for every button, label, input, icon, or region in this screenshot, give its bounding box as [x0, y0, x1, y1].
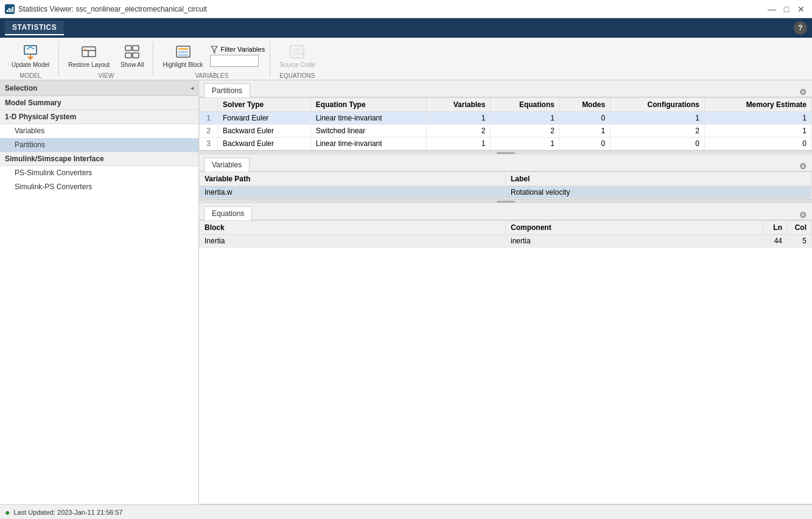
col-ln: Ln: [763, 221, 788, 235]
toolbar-equations-group: Source Code EQUATIONS: [270, 38, 324, 80]
update-model-icon: [22, 43, 39, 60]
sidebar-item-simulink-simscape[interactable]: Simulink/Simscape Interface: [0, 152, 198, 166]
memory-estimate: 1: [704, 112, 811, 125]
equations-header-row: Block Component Ln Col: [200, 221, 812, 235]
status-text: Last Updated: 2023-Jan-11 21:56:57: [13, 509, 122, 516]
variable-path: Inertia.w: [200, 186, 506, 199]
source-code-label: Source Code: [279, 61, 315, 68]
sidebar-item-partitions[interactable]: Partitions: [0, 138, 198, 152]
configurations-count: 0: [611, 138, 705, 150]
table-row[interactable]: 1 Forward Euler Linear time-invariant 1 …: [200, 112, 812, 125]
source-code-icon: [289, 43, 306, 60]
filter-variables-group: Filter Variables: [210, 45, 265, 67]
variables-table-wrapper[interactable]: Variable Path Label Inertia.w Rotational…: [199, 172, 812, 199]
status-bar: ● Last Updated: 2023-Jan-11 21:56:57: [0, 504, 812, 519]
toolbar-model-label: MODEL: [19, 71, 41, 79]
component-name: inertia: [506, 235, 763, 248]
toolbar-equations-items: Source Code: [275, 40, 319, 71]
sidebar-item-ps-simulink[interactable]: PS-Simulink Converters: [0, 166, 198, 180]
help-button[interactable]: ?: [794, 21, 807, 35]
tab-statistics[interactable]: STATISTICS: [5, 21, 64, 35]
sidebar-header: Selection ◂: [0, 80, 198, 96]
sidebar-collapse-button[interactable]: ◂: [191, 85, 194, 91]
sidebar-item-variables[interactable]: Variables: [0, 124, 198, 138]
restore-layout-icon: [80, 43, 97, 60]
restore-layout-button[interactable]: Restore Layout: [64, 40, 114, 71]
svg-marker-16: [211, 46, 217, 53]
partitions-tab[interactable]: Partitions: [204, 83, 250, 97]
source-code-button[interactable]: Source Code: [275, 40, 319, 71]
filter-variables-input[interactable]: [210, 55, 259, 67]
toolbar-variables-group: Highlight Block Filter Variables VARIABL…: [153, 38, 270, 80]
equations-settings-icon[interactable]: ⚙: [799, 210, 807, 220]
equations-tab-header: Equations ⚙: [199, 203, 812, 220]
col-component: Component: [506, 221, 763, 235]
variables-header-row: Variable Path Label: [200, 172, 812, 186]
tab-bar-right: ?: [794, 21, 807, 35]
status-icon: ●: [5, 507, 10, 517]
block-name: Inertia: [200, 235, 506, 248]
table-row[interactable]: 2 Backward Euler Switched linear 2 2 1 2…: [200, 125, 812, 138]
partitions-table: Solver Type Equation Type Variables Equa…: [199, 97, 812, 150]
update-model-label: Update Model: [12, 61, 49, 68]
sidebar-item-simulink-ps[interactable]: Simulink-PS Converters: [0, 180, 198, 194]
partitions-tab-header: Partitions ⚙: [199, 80, 812, 97]
col-label: Label: [506, 172, 812, 186]
row-index: 3: [200, 138, 218, 150]
minimize-button[interactable]: —: [766, 3, 778, 15]
col-modes: Modes: [559, 98, 610, 112]
col-col: Col: [788, 221, 812, 235]
variables-tab[interactable]: Variables: [204, 158, 250, 172]
equations-count: 2: [491, 125, 559, 138]
equations-table-wrapper[interactable]: Block Component Ln Col Inertia inertia 4…: [199, 220, 812, 504]
col-equations: Equations: [491, 98, 559, 112]
highlight-block-icon: [175, 43, 192, 60]
equations-count: 1: [491, 138, 559, 150]
maximize-button[interactable]: □: [780, 3, 793, 15]
equations-tab[interactable]: Equations: [204, 206, 252, 220]
toolbar-view-group: Restore Layout Show All VIEW: [59, 38, 153, 80]
modes-count: 0: [559, 138, 610, 150]
sidebar-item-1d-physical-system[interactable]: 1-D Physical System: [0, 110, 198, 124]
filter-variables-label: Filter Variables: [221, 46, 265, 53]
sidebar-item-model-summary[interactable]: Model Summary: [0, 96, 198, 110]
variables-count: 2: [427, 125, 491, 138]
right-panel: Partitions ⚙ Solver Type Equation Type V…: [199, 80, 812, 504]
equations-section: Equations ⚙ Block Component Ln Col: [199, 203, 812, 504]
close-button[interactable]: ✕: [795, 3, 807, 15]
variables-settings-icon[interactable]: ⚙: [799, 161, 807, 171]
table-row[interactable]: Inertia.w Rotational velocity: [200, 186, 812, 199]
variables-section: Variables ⚙ Variable Path Label Inertia.…: [199, 155, 812, 200]
tab-bar: STATISTICS ?: [0, 18, 812, 38]
table-row[interactable]: Inertia inertia 44 5: [200, 235, 812, 248]
partitions-table-wrapper[interactable]: Solver Type Equation Type Variables Equa…: [199, 97, 812, 150]
equations-count: 1: [491, 112, 559, 125]
table-row[interactable]: 3 Backward Euler Linear time-invariant 1…: [200, 138, 812, 150]
window-title: Statistics Viewer: ssc_nonlinear_electro…: [18, 5, 207, 13]
toolbar-variables-items: Highlight Block Filter Variables: [158, 40, 265, 71]
toolbar-view-label: VIEW: [99, 71, 114, 79]
svg-rect-5: [82, 47, 96, 57]
partitions-section: Partitions ⚙ Solver Type Equation Type V…: [199, 80, 812, 151]
row-index: 2: [200, 125, 218, 138]
modes-count: 0: [559, 112, 610, 125]
highlight-block-button[interactable]: Highlight Block: [158, 40, 207, 71]
partitions-settings-icon[interactable]: ⚙: [799, 87, 807, 97]
equations-table: Block Component Ln Col Inertia inertia 4…: [199, 220, 812, 248]
sidebar-content: Model Summary 1-D Physical System Variab…: [0, 96, 198, 504]
solver-type: Forward Euler: [218, 112, 311, 125]
memory-estimate: 0: [704, 138, 811, 150]
show-all-button[interactable]: Show All: [116, 40, 148, 71]
variables-scroll-thumb: [497, 201, 515, 203]
highlight-block-label: Highlight Block: [163, 61, 203, 68]
col-solver-type: Solver Type: [218, 98, 311, 112]
update-model-button[interactable]: Update Model: [7, 40, 54, 71]
svg-rect-9: [133, 46, 139, 51]
variables-table: Variable Path Label Inertia.w Rotational…: [199, 172, 812, 199]
svg-rect-3: [12, 7, 13, 12]
filter-variables-top: Filter Variables: [210, 45, 265, 54]
col-block: Block: [200, 221, 506, 235]
toolbar-equations-label: EQUATIONS: [279, 71, 315, 79]
row-index: 1: [200, 112, 218, 125]
col-configurations: Configurations: [611, 98, 705, 112]
